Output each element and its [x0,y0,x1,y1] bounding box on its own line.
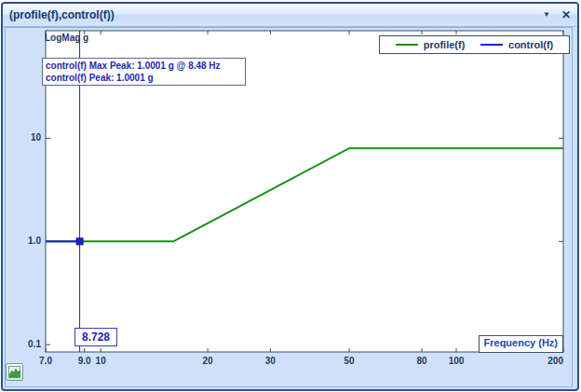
x-tick-label: 7.0 [39,356,52,366]
legend-label-profile: profile(f) [424,39,466,50]
cursor-frequency-readout[interactable]: 8.728 [74,328,117,346]
application-screenshot: (profile(f),control(f)) ▼ ✕ 7.09.0102030… [0,0,581,392]
y-tick-label: 0.1 [28,339,41,349]
control-legend-line-icon [480,44,503,46]
x-tick-label: 10 [96,356,107,366]
x-tick-label: 80 [416,356,427,366]
legend-entry-control: control(f) [480,39,553,50]
cursor-marker[interactable] [76,238,83,245]
profile-legend-line-icon [396,44,418,46]
legend-label-control: control(f) [508,39,553,50]
x-axis-title-box: Frequency (Hz) [479,335,563,353]
peak-text: control(f) Peak: 1.0001 g [46,72,242,84]
chart-image-icon [8,366,20,378]
x-tick-label: 100 [449,356,465,366]
peak-info-box: control(f) Max Peak: 1.0001 g @ 8.48 Hz … [42,58,246,86]
x-tick-label: 200 [547,356,563,366]
x-tick-label: 20 [203,356,214,366]
chart-thumbnail-button[interactable] [6,363,23,381]
x-tick-label: 50 [345,356,356,366]
x-tick-label: 30 [265,356,277,366]
max-peak-text: control(f) Max Peak: 1.0001 g @ 8.48 Hz [46,60,242,72]
y-tick-label: 10 [31,132,42,142]
x-tick-label: 9.0 [78,356,91,366]
legend: profile(f) control(f) [379,35,570,54]
y-axis-unit-label: LogMag g [45,33,88,43]
legend-entry-profile: profile(f) [396,39,466,50]
y-tick-label: 1.0 [28,236,41,246]
